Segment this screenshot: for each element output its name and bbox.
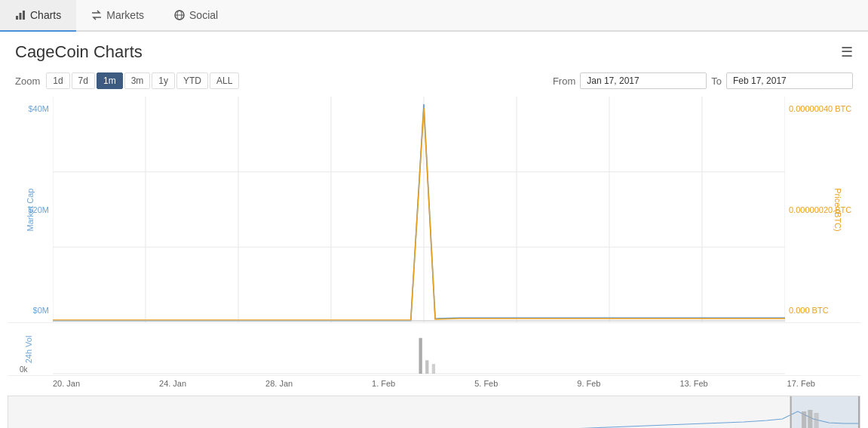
chart-container: $40M $20M $0M Market Cap 0.00000040 BTC … — [0, 97, 868, 428]
svg-rect-1 — [20, 13, 22, 20]
chart-svg-area — [53, 97, 785, 322]
to-label: To — [711, 75, 722, 87]
tab-markets-label: Markets — [106, 9, 144, 21]
globe-icon — [174, 10, 185, 20]
svg-rect-20 — [425, 360, 428, 374]
x-label-1: 24. Jan — [159, 379, 186, 388]
mini-nav-svg — [8, 396, 860, 428]
zoom-7d[interactable]: 7d — [72, 72, 95, 89]
svg-rect-27 — [814, 413, 818, 428]
vol-0k-label: 0k — [20, 365, 28, 374]
market-cap-axis-label: Market Cap — [26, 188, 35, 231]
bar-chart-icon — [15, 10, 26, 20]
tab-charts-label: Charts — [30, 9, 61, 21]
tab-social[interactable]: Social — [159, 0, 233, 32]
date-range: From To — [553, 72, 853, 89]
price-btc-axis-label: Price (BTC) — [833, 188, 842, 231]
y-label-0btc: 0.000 BTC — [789, 306, 860, 315]
x-axis: 20. Jan 24. Jan 28. Jan 1. Feb 5. Feb 9.… — [8, 376, 860, 391]
x-label-7: 17. Feb — [787, 379, 815, 388]
page-header: CageCoin Charts ☰ — [0, 32, 868, 68]
x-label-0: 20. Jan — [53, 379, 80, 388]
y-label-20btc: 0.00000020 BTC — [789, 205, 860, 214]
svg-rect-23 — [790, 396, 792, 428]
svg-rect-24 — [858, 396, 860, 428]
x-label-6: 13. Feb — [679, 379, 707, 388]
main-chart-svg — [53, 97, 785, 322]
x-label-2: 28. Jan — [265, 379, 293, 388]
x-label-4: 5. Feb — [474, 379, 498, 388]
svg-rect-25 — [802, 411, 806, 428]
zoom-1d[interactable]: 1d — [46, 72, 69, 89]
svg-rect-26 — [808, 410, 812, 428]
main-chart: $40M $20M $0M Market Cap 0.00000040 BTC … — [8, 97, 860, 323]
svg-rect-21 — [432, 364, 435, 374]
y-label-0m: $0M — [8, 306, 49, 315]
svg-rect-0 — [16, 16, 18, 20]
svg-rect-2 — [23, 11, 25, 20]
svg-rect-22 — [790, 396, 860, 428]
price-btc-line — [53, 108, 785, 320]
zoom-bar: Zoom 1d 7d 1m 3m 1y YTD ALL From To — [0, 68, 868, 97]
zoom-label: Zoom — [15, 75, 40, 87]
vol-24h-axis-label: 24h Vol — [24, 335, 33, 363]
market-cap-line — [53, 104, 785, 321]
svg-rect-19 — [419, 338, 422, 374]
zoom-all[interactable]: ALL — [210, 72, 239, 89]
exchange-icon — [91, 10, 102, 20]
y-axis-right: 0.00000040 BTC 0.00000020 BTC 0.000 BTC — [785, 97, 860, 322]
x-label-3: 1. Feb — [372, 379, 395, 388]
zoom-1m[interactable]: 1m — [97, 72, 123, 89]
tab-markets[interactable]: Markets — [76, 0, 159, 32]
zoom-1y[interactable]: 1y — [152, 72, 175, 89]
to-date-input[interactable] — [726, 72, 853, 89]
tab-social-label: Social — [189, 9, 218, 21]
y-label-40btc: 0.00000040 BTC — [789, 104, 860, 113]
zoom-ytd[interactable]: YTD — [176, 72, 208, 89]
tab-charts[interactable]: Charts — [0, 0, 76, 32]
mini-nav[interactable]: Jan '15 Jul '15 Jan '16 Jul '16 Jan '17 … — [8, 396, 860, 428]
tab-bar: Charts Markets Social — [0, 0, 868, 32]
from-date-input[interactable] — [580, 72, 707, 89]
y-label-40m: $40M — [8, 104, 49, 113]
menu-icon[interactable]: ☰ — [841, 44, 853, 60]
volume-chart: 24h Vol 0k — [8, 323, 860, 376]
volume-svg — [53, 323, 785, 375]
zoom-3m[interactable]: 3m — [124, 72, 151, 89]
from-label: From — [553, 75, 575, 87]
page-title: CageCoin Charts — [15, 42, 143, 62]
x-label-5: 9. Feb — [577, 379, 600, 388]
